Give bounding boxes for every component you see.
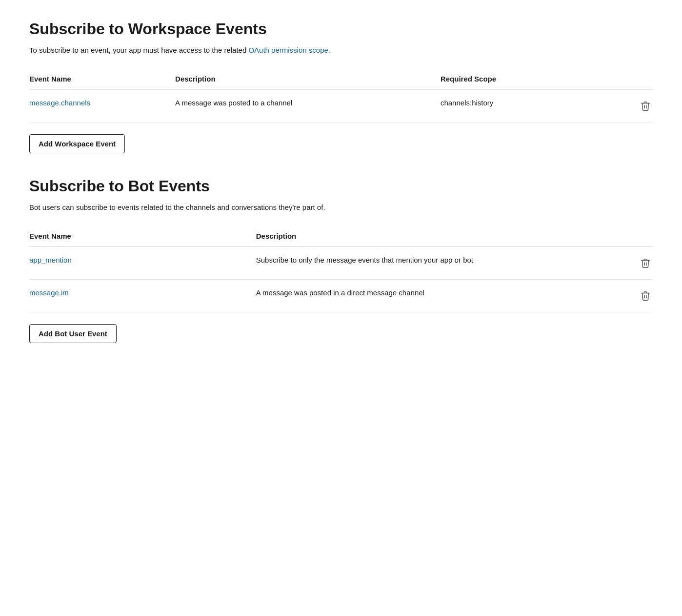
- workspace-event-name-link[interactable]: message.channels: [29, 99, 90, 107]
- workspace-delete-event-button[interactable]: [638, 99, 653, 113]
- workspace-events-table: Event Name Description Required Scope me…: [29, 70, 653, 123]
- bot-col-event-name-header: Event Name: [29, 227, 256, 246]
- bot-col-description-header: Description: [256, 227, 610, 246]
- bot-section-title: Subscribe to Bot Events: [29, 177, 653, 195]
- workspace-col-scope-header: Required Scope: [441, 70, 613, 89]
- bot-section-description: Bot users can subscribe to events relate…: [29, 202, 429, 213]
- workspace-event-description: A message was posted to a channel: [175, 89, 441, 123]
- bot-events-section: Subscribe to Bot Events Bot users can su…: [29, 177, 653, 343]
- oauth-permission-link[interactable]: OAuth permission scope.: [248, 46, 330, 54]
- bot-events-table: Event Name Description app_mention Subsc…: [29, 227, 653, 312]
- workspace-events-section: Subscribe to Workspace Events To subscri…: [29, 20, 653, 153]
- bot-delete-event-button[interactable]: [638, 288, 653, 303]
- add-bot-user-event-button[interactable]: Add Bot User Event: [29, 324, 117, 343]
- workspace-col-action-header: [613, 70, 653, 89]
- workspace-col-description-header: Description: [175, 70, 441, 89]
- add-workspace-event-button[interactable]: Add Workspace Event: [29, 134, 125, 153]
- trash-icon: [640, 290, 651, 301]
- bot-table-row: app_mention Subscribe to only the messag…: [29, 246, 653, 280]
- workspace-event-scope: channels:history: [441, 89, 613, 123]
- bot-event-description: Subscribe to only the message events tha…: [256, 246, 610, 280]
- bot-table-row: message.im A message was posted in a dir…: [29, 279, 653, 312]
- bot-event-name-link[interactable]: message.im: [29, 288, 69, 297]
- bot-table-header-row: Event Name Description: [29, 227, 653, 246]
- bot-event-description: A message was posted in a direct message…: [256, 279, 610, 312]
- workspace-section-description: To subscribe to an event, your app must …: [29, 45, 429, 56]
- trash-icon: [640, 101, 651, 111]
- workspace-col-event-name-header: Event Name: [29, 70, 175, 89]
- workspace-table-header-row: Event Name Description Required Scope: [29, 70, 653, 89]
- bot-col-action-header: [610, 227, 653, 246]
- trash-icon: [640, 258, 651, 268]
- bot-delete-event-button[interactable]: [638, 256, 653, 270]
- bot-event-name-link[interactable]: app_mention: [29, 256, 72, 264]
- workspace-table-row: message.channels A message was posted to…: [29, 89, 653, 123]
- workspace-description-text: To subscribe to an event, your app must …: [29, 46, 248, 54]
- workspace-section-title: Subscribe to Workspace Events: [29, 20, 653, 38]
